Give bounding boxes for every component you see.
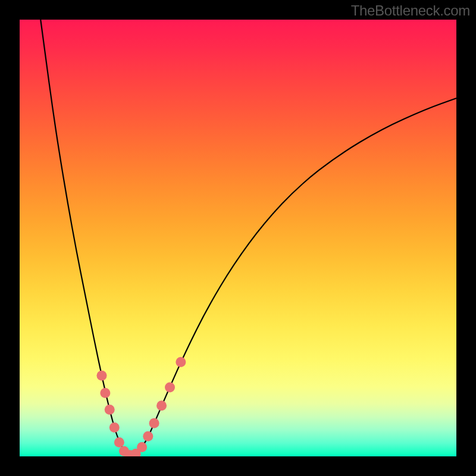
bottleneck-curve-svg: [20, 20, 456, 456]
curve-marker: [114, 437, 124, 447]
curve-marker: [100, 388, 110, 398]
chart-frame: TheBottleneck.com: [0, 0, 476, 476]
curve-marker: [149, 418, 159, 428]
curve-marker: [143, 431, 153, 441]
chart-plot-area: [20, 20, 456, 456]
curve-marker: [96, 371, 107, 381]
curve-marker: [137, 442, 147, 452]
curve-marker: [109, 422, 120, 433]
watermark-text: TheBottleneck.com: [351, 2, 470, 19]
curve-marker: [105, 405, 115, 415]
curve-marker: [165, 383, 175, 393]
curve-markers: [96, 357, 186, 456]
curve-marker: [156, 400, 167, 411]
curve-marker: [176, 357, 186, 367]
